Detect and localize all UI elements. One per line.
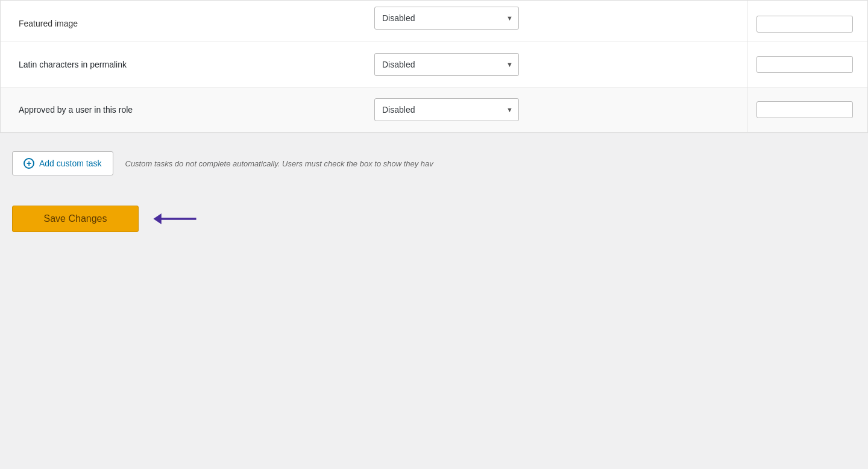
svg-marker-1 <box>153 213 161 224</box>
add-custom-task-label: Add custom task <box>39 159 102 168</box>
featured-image-extra-cell <box>747 1 867 42</box>
featured-image-label: Featured image <box>19 19 78 28</box>
main-container: Featured image Disabled Enabled <box>0 0 868 256</box>
featured-image-label-cell: Featured image <box>1 1 362 42</box>
latin-characters-label: Latin characters in permalink <box>19 60 127 69</box>
latin-characters-extra-cell <box>747 42 867 87</box>
page-wrapper: Featured image Disabled Enabled <box>0 0 868 256</box>
latin-characters-select[interactable]: Disabled Enabled <box>374 53 519 76</box>
approved-by-role-select[interactable]: Disabled Enabled <box>374 98 519 121</box>
latin-characters-extra-input[interactable] <box>756 56 853 73</box>
latin-characters-row: Latin characters in permalink Disabled E… <box>1 42 867 87</box>
featured-image-control-cell: Disabled Enabled <box>362 1 747 42</box>
custom-task-note: Custom tasks do not complete automatical… <box>125 159 433 168</box>
latin-characters-control-cell: Disabled Enabled <box>362 42 747 87</box>
approved-by-role-extra-input[interactable] <box>756 101 853 118</box>
settings-table: Featured image Disabled Enabled <box>0 0 868 133</box>
latin-characters-select-wrapper: Disabled Enabled <box>374 53 519 76</box>
arrow-svg <box>151 207 199 231</box>
plus-circle-icon: + <box>24 158 34 169</box>
featured-image-extra-input[interactable] <box>756 16 853 33</box>
featured-image-row: Featured image Disabled Enabled <box>1 1 867 42</box>
save-area: Save Changes <box>0 187 868 256</box>
save-changes-button[interactable]: Save Changes <box>12 206 139 232</box>
add-custom-task-button[interactable]: + Add custom task <box>12 151 113 175</box>
approved-by-role-select-wrapper: Disabled Enabled <box>374 98 519 121</box>
featured-image-select-wrapper: Disabled Enabled <box>374 7 519 30</box>
approved-by-role-control-cell: Disabled Enabled <box>362 87 747 132</box>
action-area: + Add custom task Custom tasks do not co… <box>0 133 868 187</box>
latin-characters-label-cell: Latin characters in permalink <box>1 42 362 87</box>
approved-by-role-extra-cell <box>747 87 867 132</box>
approved-by-role-label-cell: Approved by a user in this role <box>1 87 362 132</box>
approved-by-role-label: Approved by a user in this role <box>19 105 133 115</box>
arrow-indicator <box>151 207 199 231</box>
approved-by-role-row: Approved by a user in this role Disabled… <box>1 87 867 133</box>
featured-image-select[interactable]: Disabled Enabled <box>374 7 519 30</box>
plus-symbol: + <box>27 159 31 168</box>
